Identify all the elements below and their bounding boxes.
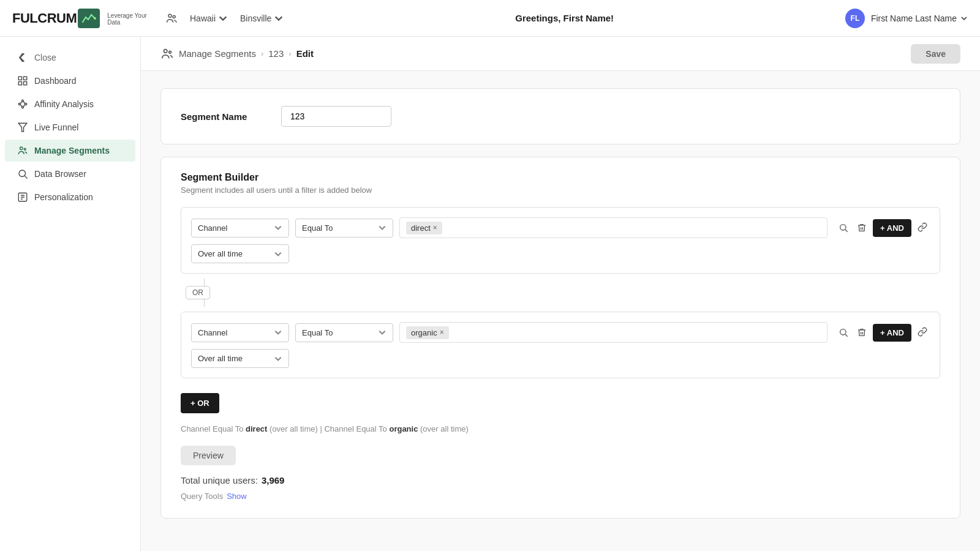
delete-button-1[interactable] (854, 220, 869, 235)
binsville-dropdown[interactable]: Binsville (240, 13, 284, 23)
sidebar-item-label: Data Browser (34, 169, 86, 179)
svg-point-9 (25, 103, 27, 105)
add-or-button[interactable]: + OR (181, 393, 219, 413)
people-icon-nav[interactable] (165, 12, 178, 24)
svg-point-21 (164, 49, 168, 53)
svg-point-8 (22, 100, 24, 102)
trash-icon (857, 328, 867, 337)
sidebar-item-manage-segments[interactable]: Manage Segments (5, 140, 135, 162)
filter-operator-2[interactable]: Equal To (295, 323, 393, 342)
and-button-2[interactable]: + AND (873, 324, 911, 342)
search-icon (839, 328, 848, 337)
top-nav: FULCRUM Leverage Your Data Hawaii Binsvi… (0, 0, 980, 37)
filter-condition-2[interactable]: Channel (191, 323, 289, 342)
filter-tag-organic: organic × (406, 326, 449, 339)
query-part1-field: Channel (181, 424, 210, 433)
query-part2-op: Equal To (356, 424, 389, 433)
svg-rect-5 (18, 82, 21, 85)
and-button-1[interactable]: + AND (873, 219, 911, 237)
query-summary: Channel Equal To direct (over all time) … (181, 423, 940, 436)
sidebar: Close Dashboard Affinity Analysis Live F… (0, 37, 141, 551)
totals-value: 3,969 (262, 475, 285, 485)
query-tools-label: Query Tools (181, 492, 223, 501)
filter-row-2-bottom: Over all time (191, 349, 930, 368)
segment-name-card: Segment Name (160, 88, 960, 144)
segment-name-input[interactable] (281, 106, 391, 127)
search-icon (839, 223, 848, 233)
filter-condition-1[interactable]: Channel (191, 219, 289, 238)
app-body: Close Dashboard Affinity Analysis Live F… (0, 37, 980, 551)
svg-line-14 (20, 105, 21, 107)
sidebar-close-button[interactable]: Close (5, 47, 135, 69)
tag-label: direct (411, 223, 431, 233)
personalization-icon (17, 192, 28, 203)
hawaii-dropdown[interactable]: Hawaii (190, 13, 228, 23)
search-button-1[interactable] (836, 220, 851, 235)
or-badge: OR (186, 286, 210, 299)
tag-close-organic[interactable]: × (440, 328, 444, 337)
preview-button[interactable]: Preview (181, 446, 236, 465)
logo-area: FULCRUM Leverage Your Data (12, 9, 153, 28)
filter-actions-2: + AND (836, 324, 930, 342)
breadcrumb-manage-segments[interactable]: Manage Segments (179, 48, 256, 59)
filter-time-1-label: Over all time (198, 249, 243, 258)
filter-condition-1-label: Channel (198, 223, 227, 233)
query-part1-op: Equal To (213, 424, 246, 433)
link-icon (918, 327, 927, 337)
nav-locations: Hawaii Binsville (165, 12, 284, 24)
sidebar-item-live-funnel[interactable]: Live Funnel (5, 116, 135, 138)
link-icon (918, 222, 927, 232)
close-label: Close (34, 53, 56, 62)
logo-icon (78, 9, 100, 28)
totals-row: Total unique users: 3,969 (181, 475, 940, 485)
trash-icon (857, 223, 867, 233)
delete-button-2[interactable] (854, 325, 869, 340)
tag-close-direct[interactable]: × (433, 223, 437, 232)
manage-segments-icon (17, 145, 28, 156)
sidebar-item-affinity-analysis[interactable]: Affinity Analysis (5, 93, 135, 115)
chevron-down-icon (274, 250, 282, 258)
query-tools-show-link[interactable]: Show (227, 492, 247, 501)
content-area: Segment Name Segment Builder Segment inc… (141, 71, 980, 536)
chevron-down-icon (274, 354, 282, 363)
filter-tag-direct: direct × (406, 222, 442, 234)
breadcrumb-sep-1: › (261, 49, 263, 58)
data-browser-icon (17, 168, 28, 179)
query-part1-time: (over all time) | (270, 424, 324, 433)
segment-builder-card: Segment Builder Segment includes all use… (160, 157, 960, 519)
segment-name-row: Segment Name (181, 106, 940, 127)
logo-text: FULCRUM (12, 10, 77, 26)
user-menu[interactable]: First Name Last Name (871, 13, 968, 23)
svg-point-18 (19, 170, 26, 177)
svg-line-24 (845, 230, 848, 232)
svg-point-23 (840, 225, 846, 230)
svg-line-13 (24, 105, 25, 107)
svg-line-12 (24, 102, 25, 103)
breadcrumb-segment-id[interactable]: 123 (268, 48, 284, 59)
save-button[interactable]: Save (911, 44, 960, 64)
filter-condition-2-label: Channel (198, 328, 227, 337)
filter-operator-1-label: Equal To (302, 223, 333, 233)
link-button-2[interactable] (915, 324, 930, 341)
sidebar-item-label: Personalization (34, 192, 93, 202)
svg-rect-4 (24, 77, 27, 80)
filter-time-2[interactable]: Over all time (191, 349, 289, 368)
content-header: Manage Segments › 123 › Edit Save (141, 37, 980, 71)
filter-operator-1[interactable]: Equal To (295, 219, 393, 238)
svg-point-17 (24, 148, 26, 150)
svg-point-22 (169, 51, 172, 53)
sidebar-item-dashboard[interactable]: Dashboard (5, 70, 135, 92)
filter-tags-2: organic × (399, 322, 827, 343)
svg-point-0 (94, 17, 96, 20)
filter-group-1: Channel Equal To direct × (181, 207, 940, 274)
sidebar-item-label: Affinity Analysis (34, 99, 94, 109)
link-button-1[interactable] (915, 220, 930, 236)
sidebar-item-personalization[interactable]: Personalization (5, 186, 135, 208)
search-button-2[interactable] (836, 325, 851, 340)
chevron-down-icon (274, 328, 282, 337)
breadcrumb-edit: Edit (296, 48, 314, 59)
filter-time-1[interactable]: Over all time (191, 244, 289, 263)
breadcrumb-sep-2: › (288, 49, 291, 58)
affinity-icon (17, 99, 28, 110)
sidebar-item-data-browser[interactable]: Data Browser (5, 163, 135, 185)
